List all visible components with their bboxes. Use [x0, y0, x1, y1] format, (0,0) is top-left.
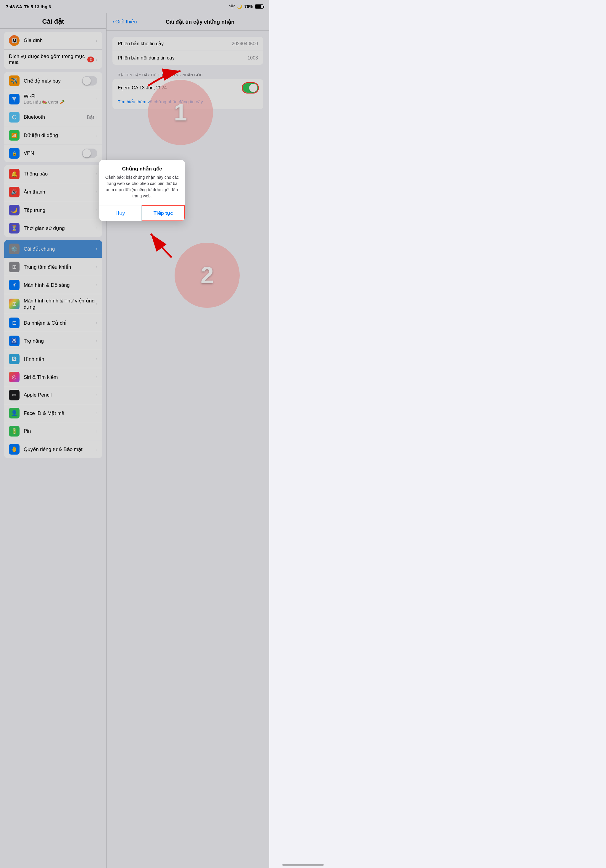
- dialog-title: Chứng nhận gốc: [99, 160, 185, 174]
- cancel-button[interactable]: Hủy: [99, 205, 142, 221]
- dialog-box: Chứng nhận gốc Cảnh báo: bật chứng nhận …: [99, 160, 185, 221]
- dialog-message: Cảnh báo: bật chứng nhận này cho các tra…: [99, 174, 185, 205]
- confirm-button[interactable]: Tiếp tục: [142, 205, 185, 221]
- dialog-buttons: Hủy Tiếp tục: [99, 205, 185, 221]
- dialog-overlay: Chứng nhận gốc Cảnh báo: bật chứng nhận …: [0, 0, 269, 868]
